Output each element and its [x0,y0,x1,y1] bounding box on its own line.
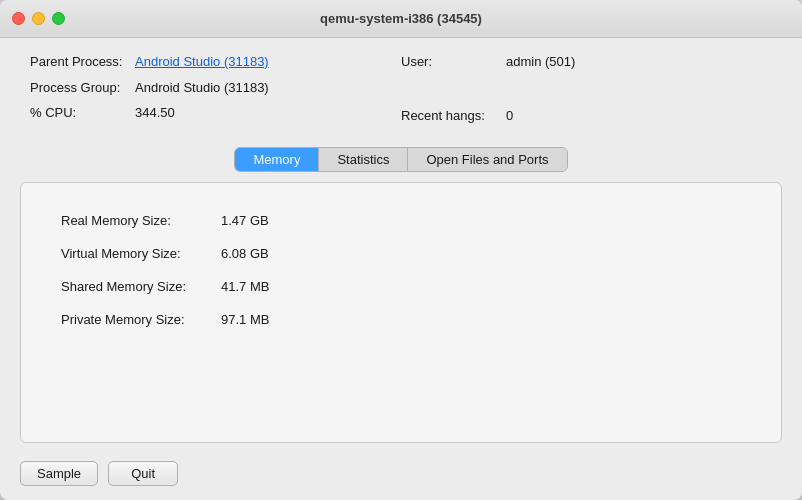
shared-memory-label: Shared Memory Size: [61,279,221,294]
parent-process-value[interactable]: Android Studio (31183) [135,52,269,72]
cpu-value: 344.50 [135,103,175,123]
quit-button[interactable]: Quit [108,461,178,486]
process-group-row: Process Group: Android Studio (31183) [30,78,401,98]
private-memory-value: 97.1 MB [221,312,269,327]
recent-hangs-label: Recent hangs: [401,106,506,126]
process-group-value: Android Studio (31183) [135,78,269,98]
bottom-bar: Sample Quit [0,453,802,500]
virtual-memory-value: 6.08 GB [221,246,269,261]
virtual-memory-row: Virtual Memory Size: 6.08 GB [61,246,741,261]
content-panel: Real Memory Size: 1.47 GB Virtual Memory… [20,182,782,443]
title-bar: qemu-system-i386 (34545) [0,0,802,38]
parent-process-row: Parent Process: Android Studio (31183) [30,52,401,72]
tab-memory[interactable]: Memory [235,148,319,171]
cpu-row: % CPU: 344.50 [30,103,401,123]
user-row: User: admin (501) [401,52,772,72]
private-memory-row: Private Memory Size: 97.1 MB [61,312,741,327]
minimize-button[interactable] [32,12,45,25]
main-window: qemu-system-i386 (34545) Parent Process:… [0,0,802,500]
shared-memory-row: Shared Memory Size: 41.7 MB [61,279,741,294]
real-memory-row: Real Memory Size: 1.47 GB [61,213,741,228]
process-group-label: Process Group: [30,78,135,98]
private-memory-label: Private Memory Size: [61,312,221,327]
tab-open-files-ports[interactable]: Open Files and Ports [408,148,566,171]
window-controls [0,12,65,25]
parent-process-label: Parent Process: [30,52,135,72]
info-right-column: User: admin (501) Recent hangs: 0 [401,52,772,131]
virtual-memory-label: Virtual Memory Size: [61,246,221,261]
tab-bar: Memory Statistics Open Files and Ports [0,141,802,182]
shared-memory-value: 41.7 MB [221,279,269,294]
window-title: qemu-system-i386 (34545) [320,11,482,26]
user-label: User: [401,52,506,72]
recent-hangs-value: 0 [506,106,513,126]
tab-group: Memory Statistics Open Files and Ports [234,147,567,172]
real-memory-value: 1.47 GB [221,213,269,228]
real-memory-label: Real Memory Size: [61,213,221,228]
sample-button[interactable]: Sample [20,461,98,486]
info-left-column: Parent Process: Android Studio (31183) P… [30,52,401,131]
close-button[interactable] [12,12,25,25]
user-value: admin (501) [506,52,575,72]
recent-hangs-row: Recent hangs: 0 [401,106,772,126]
tab-statistics[interactable]: Statistics [319,148,408,171]
process-info: Parent Process: Android Studio (31183) P… [0,38,802,141]
maximize-button[interactable] [52,12,65,25]
cpu-label: % CPU: [30,103,135,123]
